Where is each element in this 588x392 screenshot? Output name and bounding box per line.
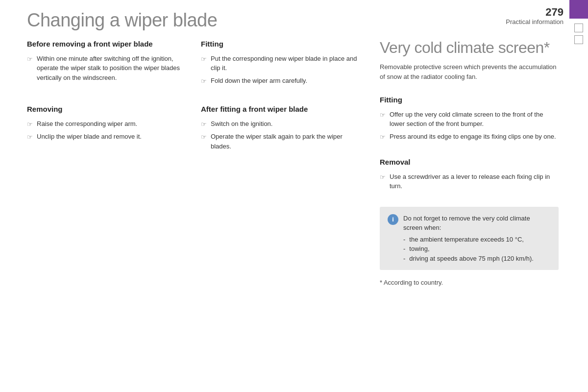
page-title: Changing a wiper blade (27, 10, 217, 31)
page-container: 279 Practical information Changing a wip… (0, 0, 588, 392)
bullet-icon: ☞ (201, 120, 207, 129)
bullet-text: Use a screwdriver as a lever to release … (390, 172, 559, 191)
purple-block (569, 0, 588, 19)
checkbox-1[interactable] (574, 24, 583, 32)
bullet-icon: ☞ (201, 132, 207, 142)
fitting-left-list: ☞ Put the corresponding new wiper blade … (201, 54, 360, 86)
bullet-text: Within one minute after switching off th… (37, 54, 186, 83)
dash-icon: - (403, 235, 405, 245)
content-area: Changing a wiper blade Before removing a… (27, 10, 559, 382)
info-list: - the ambient temperature exceeds 10 °C,… (403, 235, 551, 264)
bullet-icon: ☞ (27, 132, 33, 142)
list-item: ☞ Switch on the ignition. (201, 119, 360, 129)
top-row-grid: Before removing a front wiper blade ☞ Wi… (27, 39, 360, 104)
info-item-text: driving at speeds above 75 mph (120 km/h… (409, 254, 534, 264)
removing-list: ☞ Raise the corresponding wiper arm. ☞ U… (27, 119, 186, 142)
footnote: * According to country. (380, 279, 559, 286)
bullet-icon: ☞ (380, 172, 386, 182)
before-removing-heading: Before removing a front wiper blade (27, 39, 186, 49)
checkbox-area (574, 24, 583, 44)
info-box: i Do not forget to remove the very cold … (380, 207, 559, 270)
list-item: ☞ Fold down the wiper arm carefully. (201, 76, 360, 86)
fitting-right-heading: Fitting (380, 95, 559, 105)
list-item: ☞ Put the corresponding new wiper blade … (201, 54, 360, 73)
after-fitting-heading: After fitting a front wiper blade (201, 104, 360, 114)
bullet-icon: ☞ (27, 120, 33, 129)
dash-icon: - (403, 254, 405, 264)
bullet-icon: ☞ (201, 76, 207, 86)
after-fitting-section: After fitting a front wiper blade ☞ Swit… (201, 104, 360, 154)
before-removing-section: Before removing a front wiper blade ☞ Wi… (27, 39, 186, 89)
removal-right-list: ☞ Use a screwdriver as a lever to releas… (380, 172, 559, 191)
info-item-text: the ambient temperature exceeds 10 °C, (409, 235, 524, 245)
checkbox-2[interactable] (574, 35, 583, 44)
list-item: - towing, (403, 244, 551, 254)
list-item: ☞ Use a screwdriver as a lever to releas… (380, 172, 559, 191)
info-item-text: towing, (409, 244, 429, 254)
right-column: Very cold climate screen* Removable prot… (380, 39, 559, 286)
bullet-text: Raise the corresponding wiper arm. (37, 119, 186, 129)
bullet-icon: ☞ (380, 110, 386, 120)
bullet-text: Fold down the wiper arm carefully. (211, 76, 360, 86)
list-item: ☞ Unclip the wiper blade and remove it. (27, 132, 186, 142)
removing-section: Removing ☞ Raise the corresponding wiper… (27, 104, 186, 154)
fitting-right-list: ☞ Offer up the very cold climate screen … (380, 110, 559, 142)
bullet-text: Operate the wiper stalk again to park th… (211, 132, 360, 151)
right-intro: Removable protective screen which preven… (380, 62, 559, 81)
removing-heading: Removing (27, 104, 186, 114)
before-removing-list: ☞ Within one minute after switching off … (27, 54, 186, 83)
list-item: ☞ Within one minute after switching off … (27, 54, 186, 83)
list-item: - the ambient temperature exceeds 10 °C, (403, 235, 551, 245)
bullet-text: Offer up the very cold climate screen to… (390, 110, 559, 129)
info-icon: i (388, 214, 398, 225)
info-content: Do not forget to remove the very cold cl… (403, 214, 551, 264)
after-fitting-list: ☞ Switch on the ignition. ☞ Operate the … (201, 119, 360, 151)
bottom-row-grid: Removing ☞ Raise the corresponding wiper… (27, 104, 360, 170)
bullet-text: Press around its edge to engage its fixi… (390, 132, 559, 142)
bullet-icon: ☞ (201, 54, 207, 64)
dash-icon: - (403, 244, 405, 254)
list-item: - driving at speeds above 75 mph (120 km… (403, 254, 551, 264)
removal-right-section: Removal ☞ Use a screwdriver as a lever t… (380, 157, 559, 191)
removal-right-heading: Removal (380, 157, 559, 167)
left-column: Before removing a front wiper blade ☞ Wi… (27, 39, 360, 170)
list-item: ☞ Press around its edge to engage its fi… (380, 132, 559, 142)
fitting-right-section: Fitting ☞ Offer up the very cold climate… (380, 95, 559, 142)
list-item: ☞ Operate the wiper stalk again to park … (201, 132, 360, 151)
bullet-icon: ☞ (27, 54, 33, 64)
list-item: ☞ Raise the corresponding wiper arm. (27, 119, 186, 129)
bullet-text: Put the corresponding new wiper blade in… (211, 54, 360, 73)
bullet-icon: ☞ (380, 132, 386, 142)
bullet-text: Unclip the wiper blade and remove it. (37, 132, 186, 142)
fitting-left-section: Fitting ☞ Put the corresponding new wipe… (201, 39, 360, 89)
info-intro-text: Do not forget to remove the very cold cl… (403, 215, 530, 232)
list-item: ☞ Offer up the very cold climate screen … (380, 110, 559, 129)
right-title: Very cold climate screen* (380, 39, 559, 56)
fitting-left-heading: Fitting (201, 39, 360, 49)
bullet-text: Switch on the ignition. (211, 119, 360, 129)
